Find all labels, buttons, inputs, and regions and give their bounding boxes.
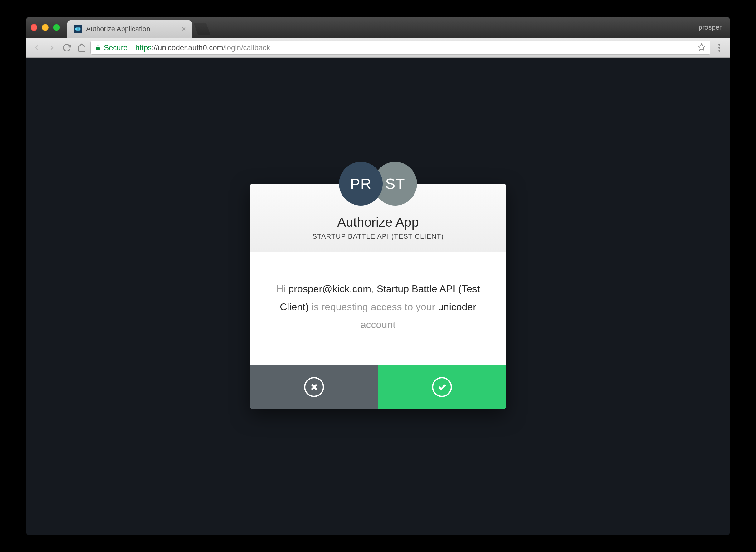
url-path: /login/callback <box>223 43 270 52</box>
user-avatar: PR <box>339 162 383 205</box>
url-scheme: https <box>135 43 152 52</box>
dialog-subtitle: STARTUP BATTLE API (TEST CLIENT) <box>263 232 493 241</box>
user-email: prosper@kick.com <box>289 283 371 294</box>
chrome-menu-icon[interactable] <box>713 43 726 52</box>
allow-button[interactable] <box>378 365 506 409</box>
dialog-actions <box>250 365 506 409</box>
browser-tab[interactable]: Authorize Application × <box>67 20 192 38</box>
dialog-title: Authorize App <box>263 215 493 230</box>
lock-icon <box>95 44 101 51</box>
minimize-window-button[interactable] <box>42 24 49 31</box>
tab-title: Authorize Application <box>86 25 178 33</box>
chrome-profile-name[interactable]: prosper <box>698 23 726 31</box>
bookmark-star-icon[interactable] <box>698 43 706 52</box>
greeting-text: Hi <box>276 283 288 294</box>
window-controls <box>30 24 60 31</box>
url-host: ://unicoder.auth0.com <box>152 43 223 52</box>
url-field[interactable]: Secure https://unicoder.auth0.com/login/… <box>91 41 711 54</box>
back-button[interactable] <box>30 41 43 54</box>
home-button[interactable] <box>75 41 88 54</box>
url-text: https://unicoder.auth0.com/login/callbac… <box>135 43 270 52</box>
requesting-text: is requesting access to your <box>309 301 438 312</box>
consent-dialog: PR ST Authorize App STARTUP BATTLE API (… <box>250 184 506 409</box>
svg-point-7 <box>718 50 720 52</box>
account-word: account <box>360 319 396 330</box>
react-favicon-icon <box>73 25 82 33</box>
sep1: , <box>371 283 377 294</box>
forward-button[interactable] <box>45 41 58 54</box>
dialog-body: Hi prosper@kick.com, Startup Battle API … <box>250 252 506 365</box>
consent-message: Hi prosper@kick.com, Startup Battle API … <box>269 280 487 334</box>
svg-point-0 <box>78 28 78 29</box>
tenant-name: unicoder <box>438 301 476 312</box>
new-tab-button[interactable] <box>194 23 211 35</box>
close-tab-icon[interactable]: × <box>181 25 186 33</box>
svg-point-6 <box>718 47 720 49</box>
avatar-group: PR ST <box>250 162 506 205</box>
reload-button[interactable] <box>60 41 73 54</box>
deny-button[interactable] <box>250 365 378 409</box>
address-bar: Secure https://unicoder.auth0.com/login/… <box>26 38 730 58</box>
close-icon <box>304 377 324 397</box>
browser-window: Authorize Application × prosper Secure h… <box>26 17 730 535</box>
tab-bar: Authorize Application × prosper <box>26 17 730 38</box>
svg-marker-4 <box>698 44 705 50</box>
secure-label: Secure <box>104 43 132 52</box>
check-icon <box>432 377 452 397</box>
maximize-window-button[interactable] <box>53 24 60 31</box>
close-window-button[interactable] <box>30 24 37 31</box>
page-viewport: PR ST Authorize App STARTUP BATTLE API (… <box>26 58 730 535</box>
svg-point-5 <box>718 44 720 45</box>
